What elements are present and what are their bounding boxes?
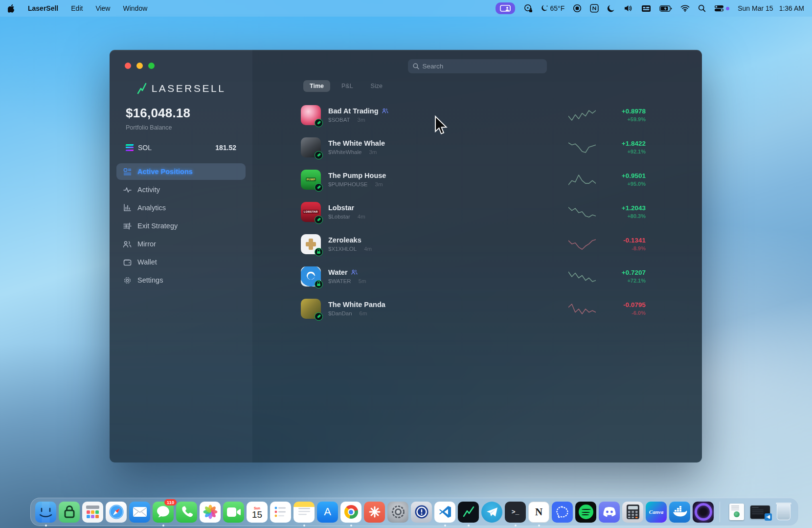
tab-size[interactable]: Size	[364, 80, 389, 92]
position-change-value: +0.9501	[622, 172, 646, 179]
battery-icon[interactable]	[659, 3, 672, 13]
dock-item-discord[interactable]	[599, 502, 620, 523]
desktop: LaserSellEditViewWindow 65°F	[0, 0, 812, 528]
token-avatar-text: LOBSTAR	[303, 210, 319, 214]
chrome-icon	[340, 502, 361, 523]
privacy-lock-icon[interactable]	[523, 3, 533, 13]
position-row[interactable]: Bad At Trading$SOBAT3m+0.8978+59.9%	[252, 99, 702, 131]
tab-pl[interactable]: P&L	[335, 80, 360, 92]
token-pill-badge-icon	[315, 216, 323, 224]
volume-icon[interactable]	[624, 3, 633, 13]
dock-item-downloads[interactable]	[726, 502, 747, 523]
spotlight-search-icon[interactable]	[698, 3, 706, 13]
tab-time[interactable]: Time	[303, 80, 330, 92]
dock-item-winprev[interactable]	[749, 502, 770, 523]
search-input[interactable]: Search	[408, 59, 547, 73]
mirror-icon	[123, 241, 132, 248]
dock-item-canva[interactable]: Canva	[646, 502, 667, 523]
position-row[interactable]: Zeroleaks$X1XHLOL4m-0.1341-8.9%	[252, 228, 702, 260]
dock-item-phone[interactable]	[176, 502, 197, 523]
dock-item-onepw[interactable]	[411, 502, 432, 523]
position-change-value: +1.8422	[622, 140, 646, 147]
canva-icon: Canva	[646, 502, 667, 523]
dock-item-laser[interactable]	[458, 502, 479, 523]
apple-menu-icon[interactable]	[8, 3, 15, 13]
position-row[interactable]: The White Panda$DanDan6m-0.0795-6.0%	[252, 292, 702, 325]
dock-item-messages[interactable]: 110	[153, 502, 174, 523]
temperature-label: 65°F	[550, 4, 565, 12]
notion-menubar-icon[interactable]	[590, 3, 599, 13]
sidebar-item-label: Exit Strategy	[137, 222, 178, 230]
record-indicator-icon[interactable]	[573, 3, 582, 13]
focus-moon-icon[interactable]	[607, 3, 615, 13]
dock-item-docker[interactable]	[669, 502, 690, 523]
finder-icon	[35, 502, 56, 523]
dock-item-vscode[interactable]	[434, 502, 455, 523]
token-lock-badge-icon	[315, 248, 323, 256]
position-change-percent: +80.3%	[627, 213, 646, 219]
dock-item-telegram[interactable]	[481, 502, 502, 523]
position-row[interactable]: Water$WATER5m+0.7207+72.1%	[252, 260, 702, 292]
sidebar-item-label: Settings	[137, 276, 163, 284]
position-row[interactable]: PUMPThe Pump House$PUMPHOUSE3m+0.9501+95…	[252, 163, 702, 196]
mirror-users-icon	[382, 107, 388, 115]
dock-item-chrome[interactable]	[340, 502, 361, 523]
menu-item-edit[interactable]: Edit	[71, 4, 83, 12]
dock-item-ring[interactable]	[693, 502, 714, 523]
token-ticker: $DanDan	[328, 310, 352, 316]
dock-item-spotify[interactable]	[575, 502, 596, 523]
token-avatar	[301, 234, 321, 254]
weather-item[interactable]: 65°F	[541, 3, 565, 13]
app-logo: LASERSELL	[110, 82, 252, 95]
position-change-value: -0.0795	[623, 301, 646, 308]
sol-label: SOL	[138, 144, 152, 152]
dock-item-passlock[interactable]	[59, 502, 80, 523]
close-button[interactable]	[125, 63, 131, 69]
sidebar-item-activity[interactable]: Activity	[116, 181, 246, 198]
control-center-icon[interactable]	[714, 3, 729, 13]
zoom-button[interactable]	[148, 63, 155, 69]
sort-tabs: TimeP&LSize	[303, 80, 389, 92]
token-info: Bad At Trading$SOBAT3m	[328, 107, 388, 123]
dock-item-safari[interactable]	[106, 502, 127, 523]
photos-icon	[200, 502, 221, 523]
dock-item-sysset[interactable]	[387, 502, 408, 523]
keyboard-input-icon[interactable]	[641, 3, 651, 13]
sidebar-item-active-positions[interactable]: Active Positions	[116, 163, 246, 180]
dock-item-finder[interactable]	[35, 502, 56, 523]
wifi-icon[interactable]	[680, 3, 690, 13]
dock-item-terminal[interactable]: >_	[505, 502, 526, 523]
mirror-users-icon	[351, 268, 358, 276]
lasersell-window: LASERSELL $16,048.18 Portfolio Balance S…	[110, 50, 702, 462]
dock-item-reminders[interactable]	[270, 502, 291, 523]
menu-bar-clock[interactable]: Sun Mar 15 1:36 AM	[738, 4, 804, 12]
position-row[interactable]: LOBSTARLobstar$Lobstar4m+1.2043+80.3%	[252, 196, 702, 228]
analytics-icon	[123, 204, 132, 212]
sidebar-item-settings[interactable]: Settings	[116, 272, 246, 288]
sidebar-item-wallet[interactable]: Wallet	[116, 254, 246, 270]
menu-item-lasersell[interactable]: LaserSell	[28, 4, 58, 12]
sidebar-item-analytics[interactable]: Analytics	[116, 199, 246, 216]
dock-item-notes[interactable]	[293, 502, 315, 523]
dock-item-mail[interactable]	[129, 502, 150, 523]
dock-item-facetime[interactable]	[223, 502, 244, 523]
dock-item-notion[interactable]: N	[528, 502, 549, 523]
menu-item-view[interactable]: View	[95, 4, 110, 12]
sidebar-item-exit-strategy[interactable]: Exit Strategy	[116, 218, 246, 234]
dock-item-calc[interactable]	[622, 502, 643, 523]
dock-item-grid[interactable]	[82, 502, 103, 523]
position-row[interactable]: The White Whale$WhiteWhale3m+1.8422+92.1…	[252, 131, 702, 163]
screen-sharing-indicator[interactable]	[496, 2, 515, 14]
token-name: The Pump House	[328, 172, 386, 179]
dock-item-calendar[interactable]: Sun15	[247, 502, 268, 523]
dock-item-photos[interactable]	[200, 502, 221, 523]
passlock-icon	[59, 502, 80, 523]
dock-item-signal[interactable]	[552, 502, 573, 523]
dock-item-star[interactable]	[364, 502, 385, 523]
dock-divider	[720, 502, 720, 522]
menu-item-window[interactable]: Window	[123, 4, 147, 12]
minimize-button[interactable]	[136, 63, 143, 69]
dock-item-trash[interactable]	[773, 502, 794, 523]
sidebar-item-mirror[interactable]: Mirror	[116, 236, 246, 252]
dock-item-appstore[interactable]: A	[317, 502, 338, 523]
